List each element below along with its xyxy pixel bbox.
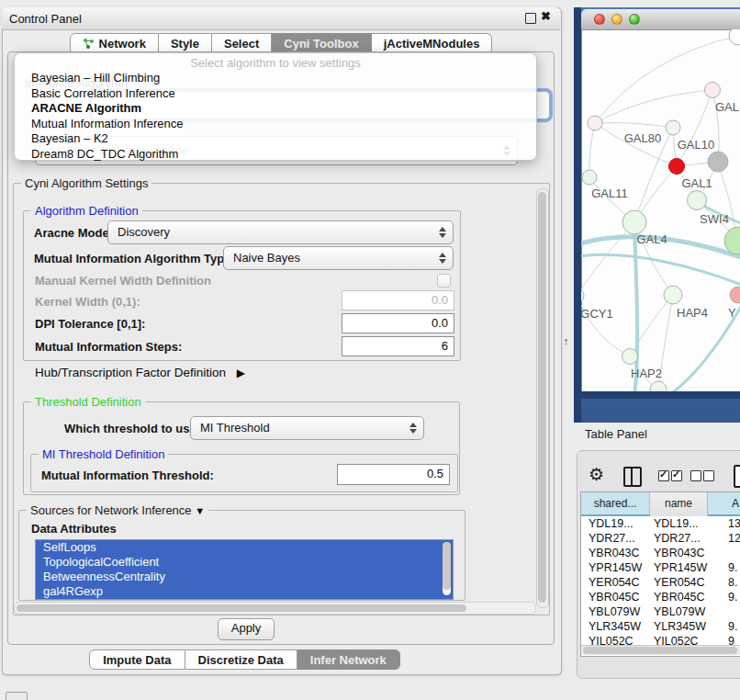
minimize-traffic-light-icon[interactable] bbox=[611, 14, 622, 25]
network-node-y[interactable] bbox=[730, 287, 740, 303]
expanded-arrow-icon[interactable]: ▼ bbox=[195, 505, 205, 516]
network-node-gal[interactable] bbox=[705, 83, 721, 98]
mi-threshold-field[interactable]: 0.5 bbox=[337, 464, 450, 485]
attribute-item-topologicalcoefficient[interactable]: TopologicalCoefficient bbox=[36, 555, 453, 570]
which-threshold-combobox[interactable]: MI Threshold bbox=[190, 416, 424, 440]
close-icon[interactable]: ✖ bbox=[541, 9, 551, 23]
table-cell bbox=[708, 604, 740, 619]
manual-kernel-width-checkbox[interactable] bbox=[437, 274, 451, 288]
table-cell: YBR045C bbox=[581, 590, 650, 604]
network-node-gal80[interactable] bbox=[588, 116, 602, 130]
deselect-all-checkbox-icon[interactable] bbox=[690, 470, 701, 481]
network-node-gal4[interactable] bbox=[622, 210, 646, 234]
column-header-shared[interactable]: shared... bbox=[581, 492, 650, 516]
algorithm-dropdown-placeholder: Select algorithm to view settings bbox=[15, 56, 536, 70]
node-label-hap4: HAP4 bbox=[677, 306, 708, 320]
mi-threshold-definition-title: MI Threshold Definition bbox=[39, 447, 168, 461]
column-header-name[interactable]: name bbox=[650, 492, 708, 516]
table-cell: YBL079W bbox=[650, 604, 708, 619]
table-cell: 9. bbox=[708, 560, 740, 575]
select-all-checkbox-icon[interactable] bbox=[671, 470, 682, 481]
settings-horizontal-scrollbar[interactable] bbox=[14, 602, 536, 615]
dpi-tolerance-label: DPI Tolerance [0,1]: bbox=[35, 317, 145, 331]
manual-kernel-width-label: Manual Kernel Width Definition bbox=[35, 274, 211, 288]
table-row[interactable]: YLR345WYLR345W9. bbox=[581, 619, 740, 634]
table-row[interactable]: YDR27...YDR27...12 bbox=[581, 531, 740, 546]
table-horizontal-scrollbar[interactable] bbox=[581, 645, 740, 655]
attribute-item-selfloops[interactable]: SelfLoops bbox=[36, 540, 453, 555]
panel-splitter-handle[interactable] bbox=[564, 338, 569, 346]
threshold-definition-title: Threshold Definition bbox=[31, 395, 145, 409]
node-label-gal11: GAL11 bbox=[591, 186, 628, 200]
close-traffic-light-icon[interactable] bbox=[594, 14, 605, 25]
network-edge bbox=[677, 90, 712, 166]
network-edge bbox=[581, 296, 630, 356]
node-table[interactable]: shared...nameA YDL19...YDL19...13YDR27..… bbox=[580, 491, 740, 657]
mi-algorithm-type-combobox[interactable]: Naive Bayes bbox=[223, 246, 454, 270]
kernel-width-label: Kernel Width (0,1): bbox=[35, 295, 140, 309]
network-node-gal1[interactable] bbox=[669, 159, 685, 175]
mi-threshold-label: Mutual Information Threshold: bbox=[41, 469, 214, 482]
table-row[interactable]: YDL19...YDL19...13 bbox=[581, 516, 740, 531]
table-row[interactable]: YER054CYER054C8. bbox=[581, 575, 740, 590]
show-columns-icon[interactable] bbox=[623, 467, 642, 487]
network-window-titlebar[interactable] bbox=[581, 9, 740, 30]
bottom-tab-discretize-data[interactable]: Discretize Data bbox=[185, 649, 297, 670]
data-attributes-list[interactable]: SelfLoopsTopologicalCoefficientBetweenne… bbox=[35, 539, 454, 600]
float-window-icon[interactable] bbox=[525, 13, 536, 24]
combo-arrows-icon bbox=[409, 423, 418, 434]
network-node-gal10[interactable] bbox=[666, 120, 680, 135]
algorithm-option-mutual-information-inference[interactable]: Mutual Information Inference bbox=[17, 117, 533, 132]
table-cell: YER054C bbox=[581, 575, 650, 590]
kernel-width-field[interactable]: 0.0 bbox=[342, 290, 454, 310]
data-attributes-items: SelfLoopsTopologicalCoefficientBetweenne… bbox=[36, 540, 453, 599]
network-node[interactable] bbox=[650, 381, 667, 391]
network-node-swi4[interactable] bbox=[688, 191, 707, 210]
table-row[interactable]: YPR145WYPR145W9. bbox=[581, 560, 740, 575]
application-root: Control Panel ✖ NetworkStyleSelectCyni T… bbox=[0, 0, 740, 700]
settings-vertical-scrollbar[interactable] bbox=[536, 188, 549, 608]
network-canvas[interactable]: GALGAL80GAL10GAL1SWI4GAL11GAL4GCY1HAP4YH… bbox=[581, 29, 740, 391]
cyni-algorithm-settings-title: Cyni Algorithm Settings bbox=[21, 176, 151, 190]
table-cell: YLR345W bbox=[650, 619, 708, 634]
bottom-tab-infer-network[interactable]: Infer Network bbox=[297, 649, 400, 670]
attribute-item-gal4rgexp[interactable]: gal4RGexp bbox=[36, 584, 453, 599]
control-panel-title: Control Panel bbox=[9, 12, 82, 26]
algorithm-option-bayesian-hill-climbing[interactable]: Bayesian – Hill Climbing bbox=[17, 71, 533, 86]
table-row[interactable]: YBR043CYBR043C bbox=[581, 546, 740, 560]
apply-button[interactable]: Apply bbox=[218, 618, 275, 640]
zoom-traffic-light-icon[interactable] bbox=[629, 14, 640, 25]
deselect-all-checkbox-icon[interactable] bbox=[703, 470, 714, 481]
export-table-icon[interactable] bbox=[734, 465, 740, 488]
network-node-gal11[interactable] bbox=[582, 170, 597, 185]
attribute-item-betweennesscentrality[interactable]: BetweennessCentrality bbox=[36, 570, 453, 584]
algorithm-option-bayesian-k2[interactable]: Bayesian – K2 bbox=[17, 131, 533, 147]
mi-steps-field[interactable]: 6 bbox=[342, 336, 454, 356]
mini-toolbar-button[interactable] bbox=[6, 692, 28, 700]
algorithm-option-basic-correlation-inference[interactable]: Basic Correlation Inference bbox=[17, 86, 533, 102]
table-cell: 9. bbox=[708, 619, 740, 634]
window-shadow bbox=[574, 7, 581, 423]
algorithm-option-aracne-algorithm[interactable]: ARACNE Algorithm bbox=[17, 101, 533, 117]
table-header-row[interactable]: shared...nameA bbox=[581, 492, 740, 516]
network-node-hap4[interactable] bbox=[664, 286, 682, 304]
network-node[interactable] bbox=[708, 152, 728, 172]
table-cell: YBR043C bbox=[581, 546, 650, 560]
dpi-tolerance-field[interactable]: 0.0 bbox=[342, 313, 454, 333]
table-row[interactable]: YBL079WYBL079W bbox=[581, 604, 740, 619]
network-node-gcy1[interactable] bbox=[581, 288, 584, 303]
network-node[interactable] bbox=[729, 29, 740, 45]
table-cell: YDL19... bbox=[581, 516, 650, 531]
hub-definition-toggle[interactable]: Hub/Transcription Factor Definition ▶ bbox=[35, 366, 245, 379]
table-row[interactable]: YBR045CYBR045C9. bbox=[581, 590, 740, 604]
attributes-vertical-scrollbar[interactable] bbox=[443, 542, 451, 595]
select-all-checkbox-icon[interactable] bbox=[658, 470, 669, 481]
aracne-mode-combobox[interactable]: Discovery bbox=[107, 220, 454, 244]
column-header-a[interactable]: A bbox=[708, 492, 740, 516]
bottom-tab-impute-data[interactable]: Impute Data bbox=[89, 649, 185, 670]
network-node-hap2[interactable] bbox=[622, 349, 638, 365]
gear-icon[interactable]: ⚙ bbox=[589, 464, 604, 485]
algorithm-option-dream8-dc-tdc-algorithm[interactable]: Dream8 DC_TDC Algorithm bbox=[17, 147, 533, 163]
node-label-gal1: GAL1 bbox=[681, 176, 712, 190]
control-panel-titlebar[interactable] bbox=[2, 7, 560, 30]
